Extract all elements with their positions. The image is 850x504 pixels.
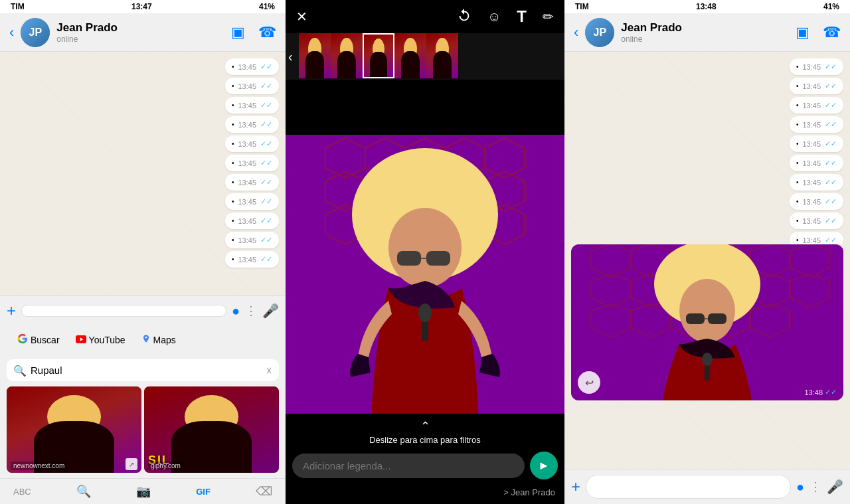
msg-dot: •	[232, 198, 234, 205]
msg-checks: ✓✓	[825, 236, 837, 244]
left-carrier: TIM	[11, 2, 25, 11]
msg-dot: •	[232, 159, 234, 167]
right-mic-button[interactable]: 🎤	[827, 479, 843, 495]
msg-checks: ✓✓	[825, 120, 837, 129]
chat-background: • 13:45 ✓✓ • 13:45 ✓✓ • 13:45 ✓✓ • 13:45…	[0, 52, 286, 295]
gif-thumb-1[interactable]: newnownext.com ↗	[7, 386, 141, 473]
msg-dot: •	[232, 102, 234, 109]
more-options-button[interactable]: ⋮	[245, 303, 257, 318]
right-call-button[interactable]: ☎	[823, 24, 841, 41]
right-plus-button[interactable]: +	[571, 477, 580, 496]
message-bubble: • 13:45 ✓✓	[225, 174, 279, 191]
gif-thumbnails: newnownext.com ↗ SILENC giphy.com	[0, 386, 286, 478]
message-bubble: • 13:45 ✓✓	[225, 212, 279, 229]
filmstrip-frame-selected[interactable]	[363, 33, 394, 78]
msg-checks: ✓✓	[260, 236, 272, 244]
right-message-bubble: •13:45✓✓	[790, 97, 843, 114]
maps-link[interactable]: Maps	[133, 329, 184, 350]
filmstrip-left-arrow[interactable]: ‹	[286, 49, 296, 64]
msg-checks: ✓✓	[260, 255, 272, 264]
msg-time: 13:45	[238, 236, 256, 244]
keyboard-abc-tab[interactable]: ABC	[13, 487, 31, 497]
gif-time-stamp: 13:48 ✓✓	[804, 388, 837, 396]
right-panel: TIM 13:48 41% ‹ JP Jean Prado online ▣ ☎…	[564, 0, 850, 504]
svg-point-49	[702, 353, 713, 366]
right-more-options-button[interactable]: ⋮	[809, 479, 821, 494]
youtube-label: YouTube	[89, 335, 126, 345]
send-button[interactable]: ►	[530, 452, 558, 479]
keyboard-delete-btn[interactable]: ⌫	[256, 484, 272, 499]
right-video-call-button[interactable]: ▣	[796, 24, 809, 41]
keyboard-gif-tab[interactable]: GIF	[196, 487, 211, 497]
message-bubble: • 13:45 ✓✓	[225, 58, 279, 75]
left-time: 13:47	[131, 2, 152, 11]
draw-icon[interactable]: ✏	[543, 9, 554, 25]
filmstrip-frame[interactable]	[490, 33, 522, 78]
right-back-button[interactable]: ‹	[574, 24, 578, 41]
bottom-input-area: + ● ⋮ 🎤 Buscar	[0, 295, 286, 504]
avatar: JP	[21, 18, 50, 47]
right-message-bubble: •13:45✓✓	[790, 232, 843, 244]
msg-checks: ✓✓	[260, 159, 272, 167]
svg-point-19	[388, 208, 462, 288]
filmstrip-frame-image	[299, 33, 331, 78]
msg-checks: ✓✓	[825, 62, 837, 71]
right-message-input[interactable]	[586, 475, 791, 499]
avatar-image: JP	[21, 18, 50, 47]
gif-thumb-2[interactable]: SILENC giphy.com	[144, 386, 279, 473]
msg-dot: •	[232, 236, 234, 244]
rotate-icon[interactable]	[457, 8, 471, 26]
right-camera-button[interactable]: ●	[796, 479, 804, 495]
call-button[interactable]: ☎	[258, 24, 276, 41]
sent-gif-svg	[571, 244, 843, 400]
camera-button[interactable]: ●	[232, 303, 240, 319]
filmstrip-frame[interactable]	[426, 33, 458, 78]
right-avatar: JP	[585, 18, 614, 47]
plus-button[interactable]: +	[7, 301, 16, 320]
msg-dot: •	[232, 121, 234, 128]
keyboard-search-tab[interactable]: 🔍	[76, 484, 91, 499]
filmstrip-frame-dark	[490, 33, 522, 78]
msg-checks: ✓✓	[825, 159, 837, 167]
gif-checks: ✓✓	[825, 388, 837, 396]
filmstrip-frame[interactable]	[458, 33, 490, 78]
right-contact-name: Jean Prado	[621, 21, 789, 35]
close-button[interactable]: ✕	[296, 9, 307, 25]
msg-time: 13:45	[802, 236, 821, 244]
msg-time: 13:45	[238, 179, 256, 187]
msg-checks: ✓✓	[260, 197, 272, 206]
emoji-icon[interactable]: ☺	[487, 9, 501, 25]
filmstrip-frame[interactable]	[394, 33, 426, 78]
mic-button[interactable]: 🎤	[262, 303, 279, 319]
clear-search-button[interactable]: ☓	[266, 364, 272, 377]
gif-share-icon-1[interactable]: ↗	[126, 458, 137, 470]
youtube-link[interactable]: YouTube	[68, 329, 133, 350]
filmstrip-frame-image	[364, 35, 393, 77]
gif-search-input[interactable]	[7, 359, 279, 381]
swipe-hint-text: Deslize para cima para filtros	[369, 435, 481, 445]
right-avatar-image: JP	[585, 18, 614, 47]
msg-time: 13:45	[802, 63, 821, 71]
back-button[interactable]: ‹	[9, 24, 14, 41]
svg-point-24	[418, 303, 432, 322]
svg-rect-20	[397, 251, 421, 266]
filmstrip-frame[interactable]	[299, 33, 331, 78]
sent-gif-preview[interactable]: 13:48 ✓✓ ↩	[571, 244, 843, 400]
gif-swipe-hint: ⌃ Deslize para cima para filtros	[369, 419, 481, 445]
msg-time: 13:45	[802, 179, 821, 187]
keyboard-image-tab[interactable]: 📷	[136, 484, 151, 499]
filmstrip: ‹	[286, 33, 564, 80]
msg-time: 13:45	[802, 198, 821, 206]
buscar-link[interactable]: Buscar	[9, 329, 68, 350]
video-call-button[interactable]: ▣	[231, 24, 245, 41]
google-icon	[17, 333, 28, 346]
forward-button[interactable]: ↩	[578, 371, 600, 394]
message-input[interactable]	[21, 305, 226, 317]
message-bubble: • 13:45 ✓✓	[225, 78, 279, 94]
msg-dot: •	[232, 179, 234, 186]
caption-input[interactable]	[292, 454, 525, 478]
filmstrip-frame[interactable]	[331, 33, 363, 78]
maps-label: Maps	[153, 335, 176, 345]
text-icon[interactable]: T	[517, 7, 527, 26]
gif-search-row: 🔍 ☓	[0, 354, 286, 386]
